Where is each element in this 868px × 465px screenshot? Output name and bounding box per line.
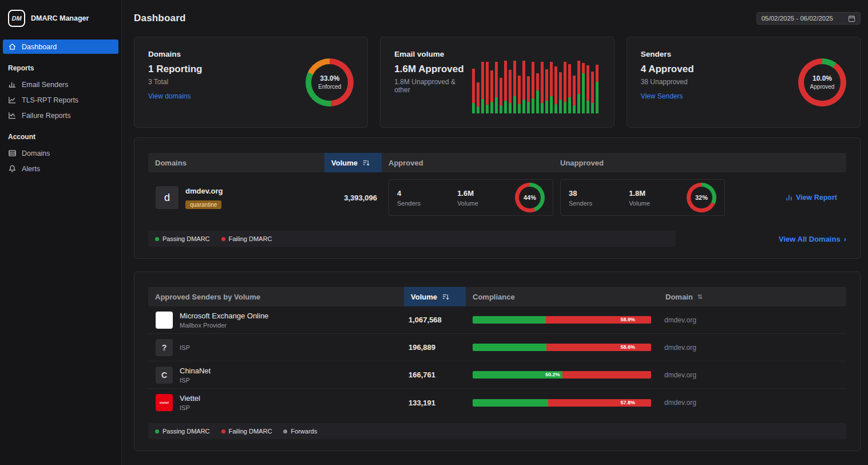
gray-dot-icon <box>283 429 287 434</box>
volume-bar <box>564 62 566 113</box>
compliance-percent-label: 57.8% <box>620 399 635 407</box>
approved-volume: 1.6M Approved <box>394 64 472 75</box>
sender-domain: dmdev.org <box>659 371 846 379</box>
sender-type: ISP <box>180 344 190 351</box>
donut-percent: 33.0% <box>320 74 339 82</box>
sender-type: ISP <box>180 404 200 411</box>
volume-bar <box>536 73 539 113</box>
volume-bar <box>504 61 507 113</box>
volume-bar <box>568 64 571 113</box>
domains-legend-row: Passing DMARC Failing DMARC View All Dom… <box>148 231 846 247</box>
summary-cards: Domains 1 Reporting 3 Total View domains… <box>134 37 861 128</box>
view-domains-link[interactable]: View domains <box>148 92 202 100</box>
volume-bar <box>591 72 594 113</box>
column-header-approved: Approved <box>382 153 553 172</box>
sidebar-item-dashboard[interactable]: Dashboard <box>3 40 118 54</box>
dashboard-icon <box>8 42 17 51</box>
legend-failing-dmarc: Failing DMARC <box>221 235 272 242</box>
unknown-sender-icon: ? <box>156 339 173 356</box>
table-icon <box>8 149 17 157</box>
volume-bar <box>559 72 562 113</box>
domains-table-header: Domains Volume Approved Unapproved <box>148 153 846 172</box>
sidebar-item-label: Failure Reports <box>22 112 70 120</box>
volume-bar <box>532 62 534 113</box>
volume-bar <box>596 65 599 113</box>
compliance-percent-label: 58.9% <box>620 316 635 324</box>
volume-bar <box>527 76 530 113</box>
approved-senders-count: 4 Approved <box>641 64 694 75</box>
logo-icon: DM <box>8 10 25 27</box>
date-range-picker[interactable]: 05/02/2025 - 06/02/2025 <box>756 12 861 25</box>
compliance-percent-label: 58.6% <box>620 344 635 351</box>
column-header-domain[interactable]: Domain ⇅ <box>659 287 846 306</box>
volume-bar <box>472 69 475 113</box>
volume-bar <box>500 78 502 113</box>
domain-avatar: d <box>156 186 179 209</box>
donut-sublabel: Approved <box>810 84 835 90</box>
donut-percent: 10.0% <box>812 74 832 82</box>
sender-row[interactable]: CChinaNetISP166,76150.2%dmdev.org <box>148 361 846 389</box>
sender-row[interactable]: ?ISP196,88958.6%dmdev.org <box>148 334 846 361</box>
sender-domain: dmdev.org <box>659 344 846 352</box>
domain-row[interactable]: d dmdev.org quarantine 3,393,096 4 Sende… <box>148 172 846 223</box>
sort-icon: ⇅ <box>697 293 703 301</box>
senders-card: Senders 4 Approved 38 Unapproved View Se… <box>627 37 861 128</box>
sender-volume: 1,067,568 <box>404 316 466 324</box>
sender-volume: 196,889 <box>404 343 466 352</box>
domains-card: Domains 1 Reporting 3 Total View domains… <box>134 37 368 128</box>
sidebar-item-email-senders[interactable]: Email Senders <box>3 77 118 92</box>
view-report-link[interactable]: View Report <box>725 194 846 202</box>
volume-bar <box>577 61 580 113</box>
email-volume-bar-chart <box>472 55 600 113</box>
green-dot-icon <box>155 429 159 434</box>
view-senders-link[interactable]: View Senders <box>641 92 694 100</box>
domain-name: dmdev.org <box>185 187 223 195</box>
volume-bar <box>573 76 576 113</box>
sender-row[interactable]: viettelViettelISP133,19157.8%dmdev.org <box>148 389 846 416</box>
domains-reporting-count: 1 Reporting <box>148 64 202 75</box>
sidebar-item-tls-rpt-reports[interactable]: TLS-RPT Reports <box>3 93 118 107</box>
red-dot-icon <box>221 429 225 434</box>
volume-bar <box>586 65 589 113</box>
sidebar-item-label: Email Senders <box>22 81 68 89</box>
approved-senders-panel: Approved Senders by Volume Volume Compli… <box>134 271 861 451</box>
app-name: DMARC Manager <box>31 14 89 22</box>
approved-volume-stat: 1.6M Volume <box>457 189 478 207</box>
domain-volume: 3,393,096 <box>324 194 382 202</box>
volume-bar <box>513 61 516 113</box>
approved-senders-stat: 4 Senders <box>397 189 421 207</box>
column-header-unapproved: Unapproved <box>553 153 725 172</box>
senders-table-header: Approved Senders by Volume Volume Compli… <box>148 287 846 306</box>
calendar-icon <box>848 15 855 22</box>
legend-failing-dmarc: Failing DMARC <box>221 428 272 435</box>
report-chart-icon <box>786 194 792 201</box>
page-title: Dashboard <box>134 13 186 24</box>
compliance-percent-label: 50.2% <box>545 371 560 379</box>
sidebar-item-domains[interactable]: Domains <box>3 146 118 160</box>
column-header-sender: Approved Senders by Volume <box>148 287 404 306</box>
viettel-logo-icon: viettel <box>156 394 173 411</box>
volume-bar <box>486 62 489 113</box>
main-content: Dashboard 05/02/2025 - 06/02/2025 Domain… <box>122 0 868 465</box>
column-header-compliance: Compliance <box>466 287 659 306</box>
chevron-right-icon: › <box>844 235 846 243</box>
page-header: Dashboard 05/02/2025 - 06/02/2025 <box>134 0 861 37</box>
sender-row[interactable]: Microsoft Exchange OnlineMailbox Provide… <box>148 306 846 334</box>
column-header-volume[interactable]: Volume <box>404 287 466 306</box>
column-header-volume[interactable]: Volume <box>324 153 382 172</box>
card-title: Senders <box>641 50 694 58</box>
sort-desc-icon <box>442 293 449 301</box>
unapproved-volume: 1.8M Unapproved & other <box>394 78 472 94</box>
domains-donut-chart: 33.0% Enforced <box>306 58 354 107</box>
column-header-domains: Domains <box>148 153 324 172</box>
sidebar-item-label: Dashboard <box>22 43 57 51</box>
volume-bar <box>522 61 525 113</box>
sidebar-section-account: Account <box>0 124 121 145</box>
sidebar-item-alerts[interactable]: Alerts <box>3 161 118 176</box>
sender-name: ChinaNet <box>180 367 211 375</box>
view-all-domains-link[interactable]: View All Domains › <box>779 235 846 243</box>
volume-bar <box>582 63 585 113</box>
date-range-value: 05/02/2025 - 06/02/2025 <box>762 15 833 22</box>
unapproved-senders-count: 38 Unapproved <box>641 78 694 86</box>
sidebar-item-failure-reports[interactable]: Failure Reports <box>3 108 118 123</box>
